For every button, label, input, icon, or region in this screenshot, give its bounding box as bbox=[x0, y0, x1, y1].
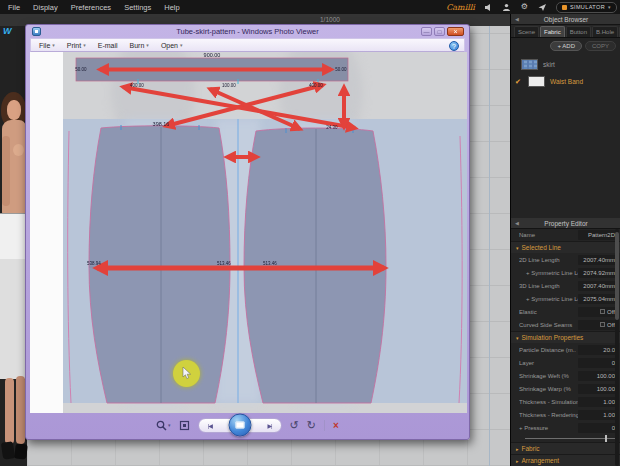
property-value[interactable]: 0 bbox=[578, 358, 618, 368]
library-pane-lower[interactable] bbox=[0, 259, 27, 379]
chevron-down-icon: ▾ bbox=[146, 42, 149, 48]
tab-scene[interactable]: Scene bbox=[514, 26, 539, 37]
photo-viewer-titlebar[interactable]: Tube-skirt-pattern - Windows Photo Viewe… bbox=[26, 25, 469, 38]
avatar-leg bbox=[16, 376, 25, 444]
fabric-name: skirt bbox=[543, 61, 555, 68]
checkbox-state: Off bbox=[607, 322, 615, 328]
pv-menu-burn[interactable]: Burn▾ bbox=[130, 42, 149, 49]
menu-settings[interactable]: Settings bbox=[124, 3, 151, 12]
property-row: Layer 0 bbox=[511, 356, 620, 369]
tab-fabric[interactable]: Fabric bbox=[540, 26, 565, 37]
property-editor-title: Property Editor bbox=[544, 220, 587, 227]
property-value[interactable]: 1.00 bbox=[578, 397, 618, 407]
section-selected-line[interactable]: ▾ Selected Line bbox=[511, 241, 620, 253]
actual-size-button[interactable] bbox=[179, 420, 190, 431]
property-editor-rows: Name Pattern2D ▾ Selected Line 2D Line L… bbox=[511, 229, 620, 466]
close-button[interactable]: × bbox=[447, 27, 464, 36]
property-label: Thickness - Simulation bbox=[519, 399, 578, 405]
maximize-button[interactable]: □ bbox=[434, 27, 445, 36]
object-browser-header[interactable]: ◀ Object Browser bbox=[511, 14, 620, 25]
pv-menu-print[interactable]: Print▾ bbox=[67, 42, 86, 49]
property-row: Elastic Off bbox=[511, 305, 620, 318]
delete-button[interactable]: × bbox=[333, 420, 339, 431]
app-menus: File Display Preferences Settings Help bbox=[0, 3, 180, 12]
next-button[interactable]: ▶| bbox=[267, 422, 271, 429]
property-value[interactable]: 100.00 bbox=[578, 371, 618, 381]
3d-viewport[interactable]: W bbox=[0, 26, 27, 466]
section-fabric[interactable]: ▸ Fabric bbox=[511, 442, 620, 454]
previous-button[interactable]: |◀ bbox=[208, 422, 212, 429]
collapse-panel-icon[interactable]: ◀ bbox=[515, 16, 519, 22]
property-value[interactable]: Pattern2D bbox=[578, 230, 618, 240]
app-menubar: File Display Preferences Settings Help C… bbox=[0, 0, 620, 14]
property-label: Curved Side Seams bbox=[519, 322, 578, 328]
rotate-cw-button[interactable]: ↻ bbox=[307, 419, 316, 432]
fabric-swatch bbox=[528, 76, 545, 87]
pv-menu-open[interactable]: Open▾ bbox=[161, 42, 183, 49]
menu-preferences[interactable]: Preferences bbox=[71, 3, 111, 12]
slideshow-button[interactable] bbox=[228, 414, 251, 437]
user-icon[interactable] bbox=[502, 3, 511, 12]
property-value[interactable]: Off bbox=[578, 320, 618, 330]
speaker-icon[interactable] bbox=[484, 3, 493, 12]
chevron-down-icon: ▾ bbox=[180, 42, 183, 48]
scrollbar-thumb[interactable] bbox=[615, 232, 619, 320]
add-fabric-button[interactable]: + ADD bbox=[550, 41, 582, 51]
section-arrangement[interactable]: ▸ Arrangement bbox=[511, 454, 620, 466]
help-button[interactable]: ? bbox=[449, 41, 459, 51]
pv-menu-email[interactable]: E-mail bbox=[98, 42, 118, 49]
property-row: Thickness - Simulation 1.00 bbox=[511, 395, 620, 408]
pressure-slider-row bbox=[511, 434, 620, 442]
property-value: 2074.92mm bbox=[578, 268, 618, 278]
menu-file[interactable]: File bbox=[8, 3, 20, 12]
photo-viewer-window: Tube-skirt-pattern - Windows Photo Viewe… bbox=[25, 24, 470, 440]
share-icon[interactable] bbox=[538, 3, 547, 12]
section-simulation-properties[interactable]: ▾ Simulation Properties bbox=[511, 331, 620, 343]
fabric-list-item[interactable]: skirt bbox=[511, 56, 620, 73]
property-value[interactable]: 1.00 bbox=[578, 410, 618, 420]
tab-button[interactable]: Button bbox=[566, 26, 591, 37]
property-value[interactable]: 20.0 bbox=[578, 345, 618, 355]
photo-viewer-controls: ▾ |◀ ▶| ↺ ↻ × bbox=[26, 415, 469, 435]
property-row: Shrinkage Warp (% 100.00 bbox=[511, 382, 620, 395]
avatar-shoe bbox=[14, 443, 28, 459]
section-label: Simulation Properties bbox=[522, 334, 584, 341]
fabric-list-item[interactable]: ✔ Waist Band bbox=[511, 73, 620, 90]
fabric-swatch bbox=[521, 59, 538, 70]
property-label: Shrinkage Weft (% bbox=[519, 373, 578, 379]
property-value[interactable]: Off bbox=[578, 307, 618, 317]
property-value[interactable]: 100.00 bbox=[578, 384, 618, 394]
library-pane[interactable] bbox=[0, 213, 27, 259]
panel-scrollbar[interactable] bbox=[615, 229, 619, 466]
skirt-panel-left[interactable] bbox=[89, 126, 230, 403]
collapse-panel-icon[interactable]: ◀ bbox=[515, 220, 519, 226]
menu-display[interactable]: Display bbox=[33, 3, 58, 12]
checkbox-icon[interactable] bbox=[600, 309, 605, 314]
property-label: + Symmetric Line Le.. bbox=[519, 270, 578, 276]
navigation-pill: |◀ ▶| bbox=[198, 418, 282, 433]
pressure-slider[interactable] bbox=[525, 438, 615, 439]
tab-buttonhole[interactable]: B.Hole bbox=[592, 26, 618, 37]
photo-viewer-menubar: File▾ Print▾ E-mail Burn▾ Open▾ ? bbox=[30, 38, 465, 52]
property-label: 2D Line Length bbox=[519, 257, 578, 263]
rotate-ccw-button[interactable]: ↺ bbox=[290, 419, 299, 432]
copy-fabric-button[interactable]: COPY bbox=[585, 41, 616, 51]
simulator-dropdown[interactable]: SIMULATOR ▾ bbox=[556, 2, 617, 13]
menu-help[interactable]: Help bbox=[164, 3, 179, 12]
gear-icon[interactable]: ⚙ bbox=[520, 3, 529, 12]
measurement-label: 513.46 bbox=[263, 261, 277, 266]
property-value: 2007.40mm bbox=[578, 281, 618, 291]
zoom-button[interactable]: ▾ bbox=[156, 420, 171, 431]
measurement-label: 900.00 bbox=[204, 52, 221, 58]
pv-menu-file[interactable]: File▾ bbox=[39, 42, 55, 49]
property-row: 3D Line Length 2007.40mm bbox=[511, 279, 620, 292]
avatar-shoe bbox=[1, 441, 15, 460]
property-value[interactable]: 0 bbox=[578, 423, 618, 433]
minimize-button[interactable]: — bbox=[421, 27, 432, 36]
measurement-label: 100.00 bbox=[222, 83, 236, 88]
slider-thumb[interactable] bbox=[605, 435, 607, 442]
property-editor-header[interactable]: ◀ Property Editor bbox=[511, 218, 620, 229]
grid-axis-line bbox=[489, 26, 490, 466]
menu-label: File bbox=[39, 42, 50, 49]
checkbox-icon[interactable] bbox=[600, 322, 605, 327]
